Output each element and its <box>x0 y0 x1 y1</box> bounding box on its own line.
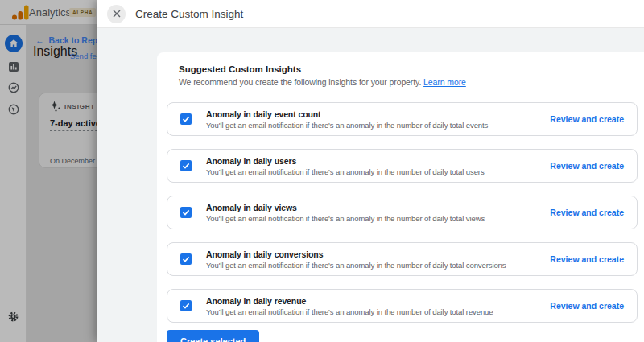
suggested-insights-panel: Suggested Custom Insights We recommend y… <box>157 52 644 342</box>
suggestion-row-users: Anomaly in daily users You'll get an ema… <box>167 149 638 183</box>
suggestion-row-views: Anomaly in daily views You'll get an ema… <box>167 196 638 229</box>
row-description: You'll get an email notification if ther… <box>206 261 506 270</box>
suggestion-row-event-count: Anomaly in daily event count You'll get … <box>167 102 638 136</box>
checkbox-checked[interactable] <box>180 207 192 218</box>
row-title: Anomaly in daily event count <box>206 109 488 119</box>
review-and-create-link[interactable]: Review and create <box>550 254 624 264</box>
section-title: Suggested Custom Insights <box>179 64 638 74</box>
section-description: We recommend you create the following in… <box>179 77 638 87</box>
row-text: Anomaly in daily views You'll get an ema… <box>206 203 485 223</box>
modal-title: Create Custom Insight <box>135 0 243 28</box>
row-description: You'll get an email notification if ther… <box>206 121 488 130</box>
row-title: Anomaly in daily conversions <box>206 249 506 259</box>
close-button[interactable] <box>107 5 126 23</box>
row-description: You'll get an email notification if ther… <box>206 214 485 223</box>
review-and-create-link[interactable]: Review and create <box>550 114 624 124</box>
create-selected-button[interactable]: Create selected <box>167 330 259 342</box>
review-and-create-link[interactable]: Review and create <box>550 161 624 171</box>
row-text: Anomaly in daily users You'll get an ema… <box>206 156 485 176</box>
row-title: Anomaly in daily views <box>206 203 485 212</box>
modal-header: Create Custom Insight <box>97 0 644 28</box>
review-and-create-link[interactable]: Review and create <box>550 208 624 217</box>
row-text: Anomaly in daily event count You'll get … <box>206 109 488 130</box>
suggestion-row-revenue: Anomaly in daily revenue You'll get an e… <box>167 289 638 323</box>
row-description: You'll get an email notification if ther… <box>206 167 485 176</box>
row-text: Anomaly in daily revenue You'll get an e… <box>206 296 493 316</box>
suggestion-row-conversions: Anomaly in daily conversions You'll get … <box>167 242 638 276</box>
learn-more-link[interactable]: Learn more <box>423 77 466 87</box>
create-custom-insight-modal: Create Custom Insight Suggested Custom I… <box>97 0 644 342</box>
row-title: Anomaly in daily users <box>206 156 485 166</box>
insight-suggestions-list: Anomaly in daily event count You'll get … <box>167 102 638 323</box>
close-icon <box>113 8 121 20</box>
row-text: Anomaly in daily conversions You'll get … <box>206 249 506 270</box>
checkbox-checked[interactable] <box>180 253 192 265</box>
checkbox-checked[interactable] <box>180 160 192 171</box>
row-description: You'll get an email notification if ther… <box>206 307 493 316</box>
row-title: Anomaly in daily revenue <box>206 296 493 306</box>
checkbox-checked[interactable] <box>180 300 192 311</box>
review-and-create-link[interactable]: Review and create <box>550 301 624 311</box>
checkbox-checked[interactable] <box>180 113 192 125</box>
